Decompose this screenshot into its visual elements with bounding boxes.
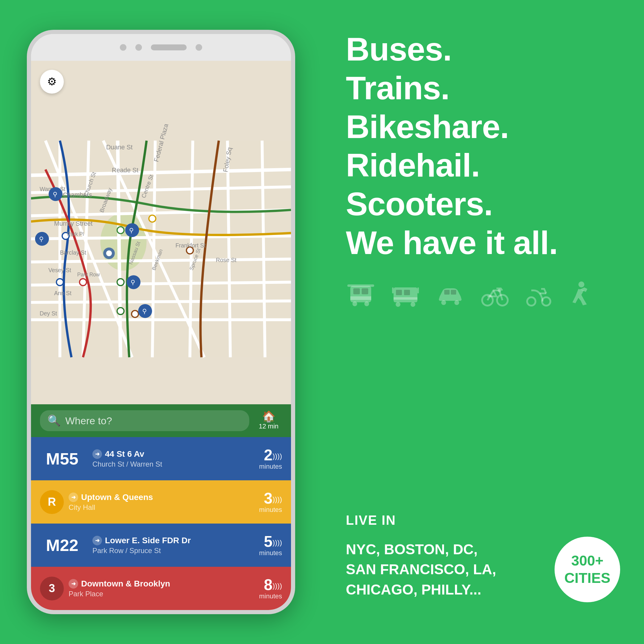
cities-row: NYC, BOSTON, DC, SAN FRANCISCO, LA, CHIC… — [346, 537, 620, 602]
bus-icon — [391, 280, 420, 310]
headline-line-3: Bikeshare. — [346, 107, 620, 146]
svg-text:⚲: ⚲ — [142, 308, 147, 315]
headline-block: Buses. Trains. Bikeshare. Ridehail. Scoo… — [346, 30, 620, 310]
svg-rect-70 — [404, 290, 410, 295]
route-destination: Downtown & Brooklyn — [81, 579, 170, 589]
route-destination: 44 St 6 Av — [105, 449, 144, 459]
signal-icon: )))) — [273, 581, 282, 589]
transit-row[interactable]: 3 ➜ Downtown & Brooklyn Park Place 8))))… — [31, 567, 291, 610]
signal-icon: )))) — [273, 452, 282, 460]
route-direction: ➜ Downtown & Brooklyn — [69, 579, 256, 589]
time-display: 8)))) — [264, 577, 282, 592]
headline-line-6: We have it all. — [346, 223, 620, 262]
svg-point-29 — [106, 250, 112, 256]
time-unit: minutes — [259, 592, 282, 600]
search-placeholder: Where to? — [65, 415, 112, 427]
svg-point-26 — [117, 308, 124, 315]
search-input[interactable]: 🔍 Where to? — [40, 410, 249, 431]
transit-row[interactable]: M22 ➜ Lower E. Side FDR Dr Park Row / Sp… — [31, 524, 291, 567]
route-direction: ➜ 44 St 6 Av — [92, 449, 256, 459]
svg-point-23 — [80, 279, 86, 286]
transit-row[interactable]: R ➜ Uptown & Queens City Hall 3)))) minu… — [31, 480, 291, 524]
settings-button[interactable]: ⚙ — [40, 70, 64, 94]
walk-icon — [569, 280, 593, 310]
svg-point-72 — [396, 302, 400, 307]
cities-badge: 300+ CITIES — [555, 537, 620, 602]
time-number: 2 — [264, 446, 273, 464]
svg-point-24 — [117, 279, 124, 286]
cities-text: NYC, BOSTON, DC, SAN FRANCISCO, LA, CHIC… — [346, 539, 496, 600]
svg-text:Rose St: Rose St — [216, 257, 236, 263]
route-destination: Lower E. Side FDR Dr — [105, 536, 191, 545]
home-icon: 🏠 — [262, 411, 275, 422]
scooter-icon — [525, 280, 555, 310]
cities-line-3: CHICAGO, PHILLY... — [346, 580, 496, 600]
svg-point-83 — [527, 297, 535, 306]
time-number: 5 — [264, 533, 273, 550]
svg-text:Barclay St: Barclay St — [60, 249, 86, 256]
time-number: 3 — [264, 490, 273, 507]
time-info: 3)))) minutes — [259, 490, 282, 514]
time-unit: minutes — [259, 506, 282, 514]
home-button[interactable]: 🏠 12 min — [255, 407, 282, 434]
route-destination: Uptown & Queens — [81, 493, 153, 502]
svg-point-20 — [117, 227, 124, 233]
phone-camera-right — [196, 44, 202, 51]
phone-camera-left — [120, 44, 126, 51]
time-info: 2)))) minutes — [259, 447, 282, 470]
svg-rect-64 — [350, 296, 371, 300]
transit-row[interactable]: M55 ➜ 44 St 6 Av Church St / Warren St 2… — [31, 437, 291, 480]
direction-arrow: ➜ — [69, 493, 78, 502]
svg-text:Ann St: Ann St — [54, 290, 72, 296]
time-display: 3)))) — [264, 490, 282, 506]
route-stop: City Hall — [69, 503, 256, 512]
map-area: Federal Plaza Duane St Reade St Chambers… — [31, 61, 291, 437]
svg-point-79 — [454, 300, 459, 305]
svg-rect-74 — [392, 287, 394, 293]
svg-rect-77 — [451, 290, 456, 295]
svg-text:Dey St: Dey St — [40, 310, 57, 317]
svg-point-84 — [542, 297, 550, 306]
left-panel: Federal Plaza Duane St Reade St Chambers… — [0, 0, 322, 644]
headline-line-1: Buses. — [346, 30, 620, 69]
svg-text:Murray Street: Murray Street — [54, 220, 93, 227]
time-number: 8 — [264, 576, 273, 593]
bottom-section: LIVE IN NYC, BOSTON, DC, SAN FRANCISCO, … — [346, 513, 620, 614]
svg-point-65 — [352, 301, 357, 306]
headline-line-4: Ridehail. — [346, 146, 620, 185]
time-display: 5)))) — [264, 534, 282, 549]
search-bar[interactable]: 🔍 Where to? 🏠 12 min — [31, 404, 291, 437]
phone-speaker — [151, 44, 187, 50]
route-info: ➜ Lower E. Side FDR Dr Park Row / Spruce… — [92, 536, 256, 555]
direction-arrow: ➜ — [92, 536, 102, 545]
headline-text: Buses. Trains. Bikeshare. Ridehail. Scoo… — [346, 30, 620, 262]
svg-text:Duane St: Duane St — [106, 144, 133, 151]
svg-text:Frankfort St: Frankfort St — [175, 242, 206, 249]
svg-point-21 — [149, 215, 156, 222]
direction-arrow: ➜ — [69, 579, 78, 589]
svg-rect-67 — [347, 284, 374, 287]
svg-text:⚲: ⚲ — [53, 191, 57, 198]
signal-icon: )))) — [273, 495, 282, 503]
cities-line-2: SAN FRANCISCO, LA, — [346, 559, 496, 579]
route-badge: 3 — [40, 577, 64, 600]
time-unit: minutes — [259, 463, 282, 470]
svg-rect-69 — [396, 290, 402, 295]
svg-point-66 — [364, 301, 369, 306]
time-display: 2)))) — [264, 447, 282, 463]
route-badge: R — [40, 490, 64, 514]
home-minutes: 12 min — [259, 422, 278, 430]
live-in-label: LIVE IN — [346, 513, 620, 528]
svg-point-27 — [131, 310, 138, 317]
signal-icon: )))) — [273, 538, 282, 546]
train-icon — [346, 280, 376, 310]
transit-list: M55 ➜ 44 St 6 Av Church St / Warren St 2… — [31, 437, 291, 610]
time-unit: minutes — [259, 549, 282, 557]
route-direction: ➜ Lower E. Side FDR Dr — [92, 536, 256, 545]
headline-line-2: Trains. — [346, 69, 620, 107]
time-info: 5)))) minutes — [259, 534, 282, 557]
svg-text:Vesey St: Vesey St — [48, 267, 71, 273]
route-info: ➜ Uptown & Queens City Hall — [69, 493, 256, 512]
svg-text:⚲: ⚲ — [39, 236, 44, 243]
svg-text:⚲: ⚲ — [129, 227, 134, 234]
